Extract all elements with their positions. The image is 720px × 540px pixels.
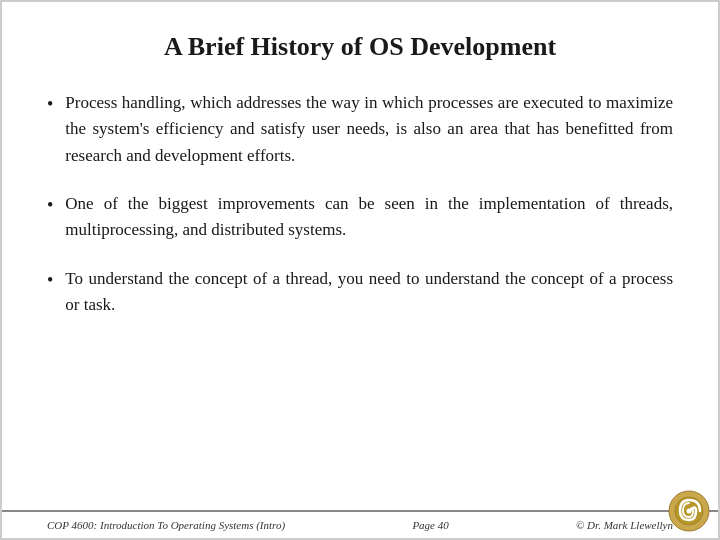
footer-copyright: © Dr. Mark Llewellyn [576,519,673,531]
slide-title: A Brief History of OS Development [47,32,673,62]
list-item: • Process handling, which addresses the … [47,90,673,169]
slide-footer: COP 4600: Introduction To Operating Syst… [2,510,718,538]
bullet-list: • Process handling, which addresses the … [47,90,673,318]
bullet-dot-3: • [47,267,53,295]
bullet-dot-1: • [47,91,53,119]
slide: A Brief History of OS Development • Proc… [0,0,720,540]
footer-course-label: COP 4600: Introduction To Operating Syst… [47,519,285,531]
list-item: • One of the biggest improvements can be… [47,191,673,244]
footer-page-number: Page 40 [412,519,448,531]
university-logo [668,490,710,532]
svg-point-2 [687,509,692,514]
bullet-dot-2: • [47,192,53,220]
bullet-text-2: One of the biggest improvements can be s… [65,191,673,244]
slide-content: A Brief History of OS Development • Proc… [2,2,718,510]
bullet-text-1: Process handling, which addresses the wa… [65,90,673,169]
list-item: • To understand the concept of a thread,… [47,266,673,319]
bullet-text-3: To understand the concept of a thread, y… [65,266,673,319]
